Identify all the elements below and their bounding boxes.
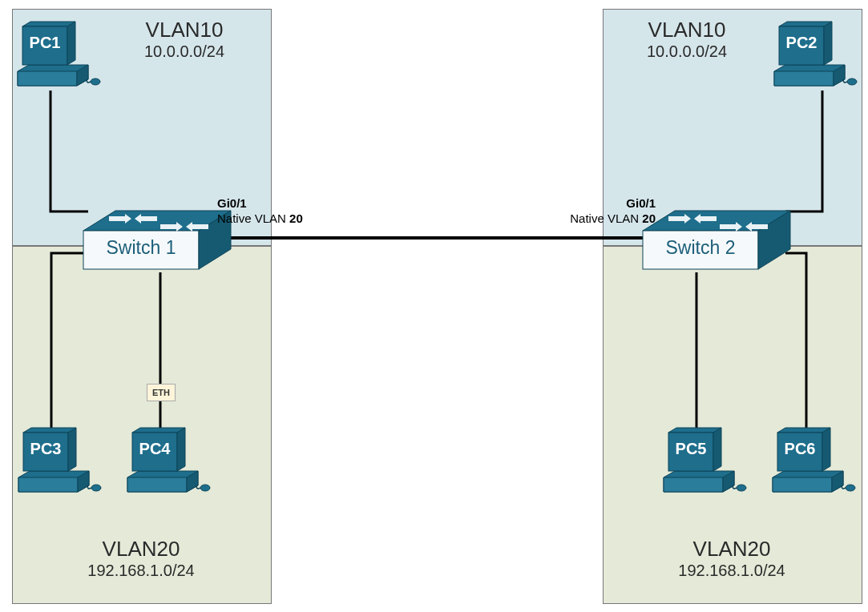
vlan20-left-text: VLAN20 192.168.1.0/24 [61,537,221,580]
switch1-trunk-port: Gi0/1 [217,196,303,211]
pc6-label: PC6 [781,440,819,458]
pc2-label: PC2 [782,34,821,52]
vlan10-left-cidr: 10.0.0.0/24 [104,42,264,61]
switch1-trunk-label: Gi0/1 Native VLAN 20 [217,196,303,227]
switch2-trunk-native: Native VLAN 20 [567,211,656,227]
switch2-trunk-port: Gi0/1 [567,196,656,211]
pc5-label: PC5 [672,440,710,458]
switch1-label: Switch 1 [83,237,199,259]
vlan10-left-title: VLAN10 [104,18,264,42]
vlan10-right-text: VLAN10 10.0.0.0/24 [607,18,767,61]
vlan10-right-cidr: 10.0.0.0/24 [607,42,767,61]
vlan10-left-text: VLAN10 10.0.0.0/24 [104,18,264,61]
devices-layer [0,0,868,612]
pc1-label: PC1 [26,34,64,52]
vlan20-left-cidr: 192.168.1.0/24 [61,562,221,580]
vlan20-right-cidr: 192.168.1.0/24 [652,562,812,580]
vlan20-right-title: VLAN20 [652,537,812,562]
switch2-label: Switch 2 [643,237,758,259]
switch1-trunk-native: Native VLAN 20 [217,211,303,227]
pc4-label: PC4 [135,440,174,458]
vlan10-right-title: VLAN10 [607,18,767,42]
vlan20-right-text: VLAN20 192.168.1.0/24 [652,537,812,580]
pc3-label: PC3 [26,440,65,458]
switch2-trunk-label: Gi0/1 Native VLAN 20 [567,196,656,227]
vlan20-left-title: VLAN20 [61,537,221,562]
